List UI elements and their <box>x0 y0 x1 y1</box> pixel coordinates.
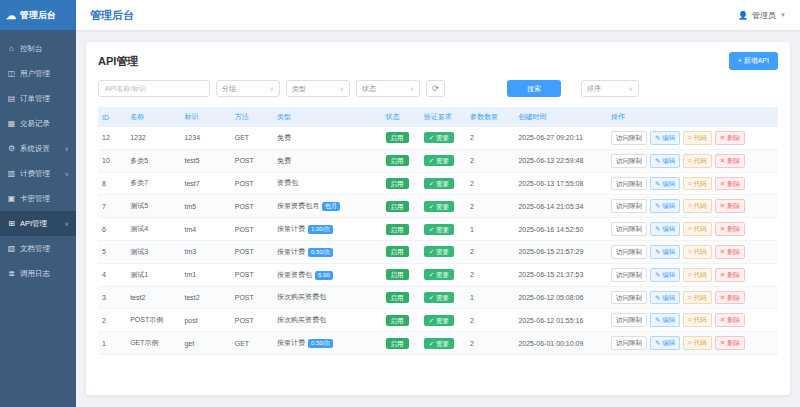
cell-created: 2025-06-13 17:55:08 <box>514 172 607 195</box>
edit-action-button[interactable]: ✎ 编辑 <box>650 177 680 191</box>
table-row: 3test2test2POST按次购买资费包启用✓ 需要12025-06-12 … <box>98 286 778 309</box>
edit-action-button[interactable]: ✎ 编辑 <box>650 154 680 168</box>
cell-method: POST <box>231 286 273 309</box>
verify-badge: ✓ 需要 <box>424 132 454 143</box>
del-action-button[interactable]: ✕ 删除 <box>715 268 745 282</box>
sidebar-item-docs[interactable]: ▧ 文档管理 <box>0 236 76 261</box>
table-header-row: ID名称标识方法类型状态验证要求参数数量创建时间操作 <box>98 107 778 127</box>
edit-action-button[interactable]: ✎ 编辑 <box>650 245 680 259</box>
code-action-button[interactable]: ⌗ 代码 <box>683 313 711 327</box>
cell-params: 2 <box>466 149 514 172</box>
code-action-button[interactable]: ⌗ 代码 <box>683 177 711 191</box>
cell-name: 测试1 <box>126 263 180 286</box>
cell-actions: 访问限制✎ 编辑⌗ 代码✕ 删除 <box>607 332 778 355</box>
table-row: 6测试4tm4POST按量计费1.00/次启用✓ 需要12025-06-16 1… <box>98 218 778 241</box>
status-select[interactable]: 状态 ∨ <box>356 80 420 97</box>
main-area: 管理后台 👤 管理员 ▼ API管理 + 新增API 分组 ∨ <box>76 0 800 407</box>
table-row: 4测试1tm1POST按量资费包5.00启用✓ 需要22025-06-15 21… <box>98 263 778 286</box>
code-action-button[interactable]: ⌗ 代码 <box>683 245 711 259</box>
plain-action-button[interactable]: 访问限制 <box>611 245 647 259</box>
sidebar-item-api[interactable]: ⊞ API管理 ∨ <box>0 211 76 236</box>
edit-action-button[interactable]: ✎ 编辑 <box>650 336 680 350</box>
brand-label: 管理后台 <box>20 9 56 22</box>
sidebar-item-trades[interactable]: ▦ 交易记录 <box>0 111 76 136</box>
cardkeys-icon: ▣ <box>7 194 16 203</box>
code-action-button[interactable]: ⌗ 代码 <box>683 131 711 145</box>
cell-id: 4 <box>98 263 126 286</box>
price-badge: 包月 <box>322 202 340 211</box>
verify-badge: ✓ 需要 <box>424 292 454 303</box>
cell-key: tm1 <box>180 263 230 286</box>
add-api-button[interactable]: + 新增API <box>729 52 778 70</box>
search-button[interactable]: 搜索 <box>507 80 561 97</box>
cell-key: tm5 <box>180 195 230 218</box>
sidebar-item-system[interactable]: ⚙ 系统设置 ∨ <box>0 136 76 161</box>
sort-select[interactable]: 排序 ∨ <box>581 80 639 97</box>
plain-action-button[interactable]: 访问限制 <box>611 268 647 282</box>
del-action-button[interactable]: ✕ 删除 <box>715 245 745 259</box>
edit-action-button[interactable]: ✎ 编辑 <box>650 131 680 145</box>
sidebar-item-orders[interactable]: ▤ 订单管理 <box>0 86 76 111</box>
refresh-icon-button[interactable]: ⟳ <box>426 80 445 97</box>
verify-badge: ✓ 需要 <box>424 269 454 280</box>
del-action-button[interactable]: ✕ 删除 <box>715 222 745 236</box>
del-action-button[interactable]: ✕ 删除 <box>715 154 745 168</box>
type-select[interactable]: 类型 ∨ <box>286 80 350 97</box>
cell-actions: 访问限制✎ 编辑⌗ 代码✕ 删除 <box>607 127 778 149</box>
cell-type: 按量资费包5.00 <box>273 263 382 286</box>
plain-action-button[interactable]: 访问限制 <box>611 199 647 213</box>
table-row: 1GET示例getGET按量计费0.50/次启用✓ 需要22025-06-01 … <box>98 332 778 355</box>
code-action-button[interactable]: ⌗ 代码 <box>683 336 711 350</box>
user-menu[interactable]: 👤 管理员 ▼ <box>738 10 786 21</box>
status-badge: 启用 <box>386 269 409 280</box>
del-action-button[interactable]: ✕ 删除 <box>715 336 745 350</box>
cell-name: GET示例 <box>126 332 180 355</box>
edit-action-button[interactable]: ✎ 编辑 <box>650 199 680 213</box>
sidebar-item-logs[interactable]: ≣ 调用日志 <box>0 261 76 286</box>
cell-created: 2025-06-12 05:08:06 <box>514 286 607 309</box>
plain-action-button[interactable]: 访问限制 <box>611 177 647 191</box>
cell-id: 7 <box>98 195 126 218</box>
cell-name: 1232 <box>126 127 180 149</box>
cell-method: POST <box>231 218 273 241</box>
sidebar-item-users[interactable]: ◫ 用户管理 <box>0 61 76 86</box>
code-action-button[interactable]: ⌗ 代码 <box>683 222 711 236</box>
cell-id: 10 <box>98 149 126 172</box>
cell-type: 免费 <box>273 149 382 172</box>
del-action-button[interactable]: ✕ 删除 <box>715 291 745 305</box>
edit-action-button[interactable]: ✎ 编辑 <box>650 268 680 282</box>
logs-icon: ≣ <box>7 269 16 278</box>
chevron-down-icon: ∨ <box>629 85 633 92</box>
plain-action-button[interactable]: 访问限制 <box>611 154 647 168</box>
edit-action-button[interactable]: ✎ 编辑 <box>650 291 680 305</box>
sidebar-item-billing[interactable]: ▥ 计费管理 ∨ <box>0 161 76 186</box>
cell-name: 多类5 <box>126 149 180 172</box>
plain-action-button[interactable]: 访问限制 <box>611 291 647 305</box>
del-action-button[interactable]: ✕ 删除 <box>715 177 745 191</box>
cell-params: 2 <box>466 195 514 218</box>
code-action-button[interactable]: ⌗ 代码 <box>683 154 711 168</box>
plain-action-button[interactable]: 访问限制 <box>611 222 647 236</box>
sidebar-item-console[interactable]: ⌂ 控制台 <box>0 36 76 61</box>
cell-key: tm3 <box>180 240 230 263</box>
code-action-button[interactable]: ⌗ 代码 <box>683 199 711 213</box>
code-action-button[interactable]: ⌗ 代码 <box>683 268 711 282</box>
search-input[interactable] <box>98 80 210 97</box>
edit-action-button[interactable]: ✎ 编辑 <box>650 222 680 236</box>
code-action-button[interactable]: ⌗ 代码 <box>683 291 711 305</box>
plain-action-button[interactable]: 访问限制 <box>611 336 647 350</box>
edit-action-button[interactable]: ✎ 编辑 <box>650 313 680 327</box>
del-action-button[interactable]: ✕ 删除 <box>715 199 745 213</box>
del-action-button[interactable]: ✕ 删除 <box>715 313 745 327</box>
cell-id: 3 <box>98 286 126 309</box>
plain-action-button[interactable]: 访问限制 <box>611 313 647 327</box>
del-action-button[interactable]: ✕ 删除 <box>715 131 745 145</box>
chevron-down-icon: ∨ <box>270 85 274 92</box>
sidebar-item-cardkeys[interactable]: ▣ 卡密管理 <box>0 186 76 211</box>
cell-key: get <box>180 332 230 355</box>
sidebar: ☁ 管理后台 ⌂ 控制台 ◫ 用户管理 ▤ 订单管理 ▦ 交易记录 ⚙ 系统设置… <box>0 0 76 407</box>
cell-params: 2 <box>466 332 514 355</box>
orders-icon: ▤ <box>7 94 16 103</box>
group-select[interactable]: 分组 ∨ <box>216 80 280 97</box>
plain-action-button[interactable]: 访问限制 <box>611 131 647 145</box>
